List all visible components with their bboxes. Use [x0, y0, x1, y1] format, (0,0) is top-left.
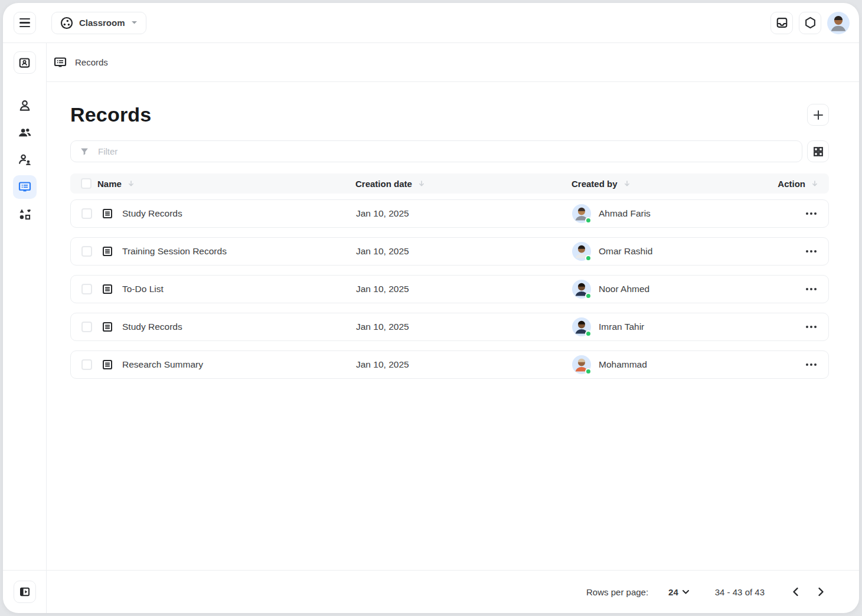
user-avatar	[572, 204, 591, 223]
row-actions-button[interactable]	[805, 284, 818, 294]
select-caret-icon	[683, 590, 689, 594]
online-status-dot	[585, 255, 592, 261]
row-checkbox[interactable]	[81, 322, 92, 332]
page-title: Records	[70, 103, 151, 126]
table-row[interactable]: Training Session Records Jan 10, 2025	[70, 237, 829, 266]
sidebar-item-users[interactable]	[13, 121, 37, 145]
row-actions-button[interactable]	[805, 247, 818, 256]
hexagon-notification-icon	[804, 17, 817, 29]
menu-button[interactable]	[14, 12, 36, 34]
record-name: Study Records	[122, 208, 182, 219]
record-date: Jan 10, 2025	[356, 246, 572, 257]
record-name: Training Session Records	[122, 246, 227, 257]
row-actions-button[interactable]	[805, 322, 818, 332]
sort-icon[interactable]	[418, 180, 425, 187]
rows-per-page-value: 24	[668, 587, 678, 597]
filter-input[interactable]	[98, 146, 794, 156]
table-row[interactable]: To-Do List Jan 10, 2025	[70, 275, 829, 303]
column-creation-date[interactable]: Creation date	[355, 179, 412, 189]
column-created-by[interactable]: Created by	[572, 179, 618, 189]
caret-down-icon	[131, 21, 138, 25]
table-row[interactable]: Study Records Jan 10, 2025	[70, 313, 829, 341]
select-all-checkbox[interactable]	[81, 178, 92, 189]
inbox-button[interactable]	[770, 12, 793, 34]
breadcrumb: Records	[47, 43, 859, 82]
sidebar-item-records[interactable]	[13, 175, 37, 199]
row-checkbox[interactable]	[81, 359, 92, 370]
chevron-right-icon	[815, 586, 826, 597]
record-date: Jan 10, 2025	[356, 284, 572, 294]
filter-field[interactable]	[70, 140, 802, 162]
chevron-left-icon	[791, 586, 801, 597]
previous-page-button[interactable]	[788, 584, 804, 599]
table-row[interactable]: Research Summary Jan 10, 2025	[70, 350, 829, 379]
record-name: To-Do List	[122, 284, 164, 294]
menu-icon	[19, 18, 30, 27]
page-range-label: 34 - 43 of 43	[715, 587, 765, 597]
sidebar-nav	[13, 94, 37, 570]
row-actions-button[interactable]	[805, 209, 818, 218]
document-icon	[102, 321, 113, 333]
row-actions-button[interactable]	[805, 360, 818, 369]
online-status-dot	[585, 368, 592, 375]
workspace-label: Classroom	[79, 18, 125, 28]
sort-icon[interactable]	[128, 180, 135, 187]
rows-per-page-select[interactable]: 24	[668, 587, 689, 597]
panel-toggle-icon	[19, 586, 31, 598]
user-name: Ahmad Faris	[599, 208, 651, 219]
row-checkbox[interactable]	[81, 246, 92, 257]
online-status-dot	[585, 217, 592, 224]
record-name: Study Records	[122, 322, 182, 332]
breadcrumb-label[interactable]: Records	[75, 57, 108, 67]
topbar: Classroom	[3, 3, 859, 43]
sidebar-item-user[interactable]	[13, 94, 37, 117]
sidebar-item-shapes[interactable]	[13, 202, 37, 226]
table-row[interactable]: Study Records Jan 10, 2025	[70, 199, 829, 228]
sort-icon[interactable]	[623, 180, 631, 187]
rows-per-page-label: Rows per page:	[586, 587, 648, 597]
sidebar-item-user-assign[interactable]	[13, 148, 37, 172]
sidebar-footer	[3, 570, 46, 613]
content-area: Records	[47, 82, 859, 570]
shapes-icon	[18, 207, 32, 221]
record-date: Jan 10, 2025	[356, 208, 572, 219]
records-breadcrumb-icon	[53, 55, 67, 70]
sort-icon[interactable]	[811, 180, 818, 187]
user-avatar	[572, 355, 591, 374]
grid-view-icon	[813, 146, 824, 157]
add-record-button[interactable]	[807, 104, 829, 126]
notifications-button[interactable]	[799, 12, 821, 34]
topbar-actions	[770, 12, 850, 34]
table-header: Name Creation date Created by	[70, 173, 829, 194]
record-date: Jan 10, 2025	[356, 359, 572, 370]
workspace-switcher[interactable]: Classroom	[51, 12, 146, 34]
user-assign-icon	[18, 153, 32, 167]
column-action[interactable]: Action	[778, 179, 805, 189]
user-icon	[18, 99, 32, 113]
user-menu-avatar[interactable]	[827, 12, 850, 34]
records-icon	[18, 180, 32, 194]
user-name: Noor Ahmed	[599, 284, 649, 294]
column-name[interactable]: Name	[97, 179, 122, 189]
row-checkbox[interactable]	[81, 284, 92, 294]
plus-icon	[813, 110, 824, 120]
pagination-bar: Rows per page: 24 34 - 43 of 43	[47, 570, 859, 613]
main-panel: Records Records	[47, 43, 859, 613]
next-page-button[interactable]	[813, 584, 828, 599]
user-avatar	[572, 242, 591, 261]
profile-card-icon	[18, 57, 31, 69]
users-icon	[18, 126, 32, 140]
row-checkbox[interactable]	[81, 208, 92, 219]
workspace-logo-icon	[60, 17, 73, 30]
grid-view-button[interactable]	[807, 140, 829, 162]
profile-card-button[interactable]	[14, 51, 36, 74]
online-status-dot	[585, 293, 592, 299]
inbox-icon	[776, 17, 788, 29]
user-name: Omar Rashid	[599, 246, 652, 257]
document-icon	[102, 359, 113, 371]
sidebar	[3, 43, 47, 613]
collapse-sidebar-button[interactable]	[14, 581, 36, 603]
document-icon	[102, 245, 113, 257]
user-avatar	[572, 280, 591, 299]
user-name: Mohammad	[599, 359, 647, 370]
